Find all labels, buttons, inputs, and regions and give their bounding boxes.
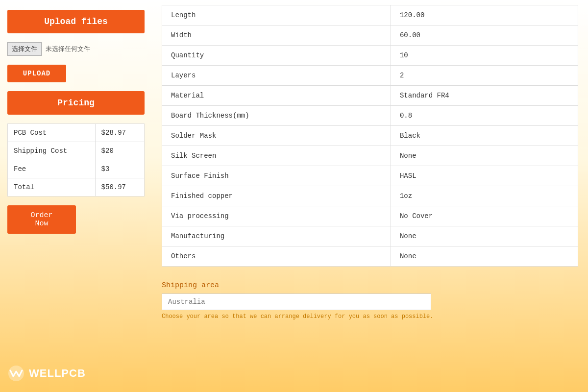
spec-row: Board Thickness(mm)0.8 (162, 106, 578, 126)
spec-row: ManufacturingNone (162, 226, 578, 246)
spec-row: Surface FinishHASL (162, 166, 578, 186)
spec-label: Layers (162, 66, 391, 86)
spec-row: Via processingNo Cover (162, 206, 578, 226)
spec-label: Solder Mask (162, 126, 391, 146)
wellpcb-logo-icon (7, 365, 25, 382)
logo-text: WELLPCB (29, 367, 86, 380)
pricing-label: PCB Cost (8, 124, 96, 142)
spec-value: None (391, 246, 578, 267)
pricing-label: Fee (8, 160, 96, 178)
spec-value: Standard FR4 (391, 86, 578, 106)
pricing-value: $50.97 (95, 178, 144, 196)
spec-value: None (391, 146, 578, 166)
spec-row: Quantity10 (162, 46, 578, 66)
svg-point-0 (8, 366, 24, 381)
spec-value: 1oz (391, 186, 578, 206)
left-panel: Upload files 选择文件 未选择任何文件 UPLOAD Pricing… (0, 0, 152, 392)
spec-label: Board Thickness(mm) (162, 106, 391, 126)
spec-label: Material (162, 86, 391, 106)
choose-file-button[interactable]: 选择文件 (7, 42, 42, 56)
pricing-row: Shipping Cost$20 (8, 142, 145, 160)
pricing-value: $20 (95, 142, 144, 160)
pricing-row: Total$50.97 (8, 178, 145, 196)
pricing-table: PCB Cost$28.97Shipping Cost$20Fee$3Total… (7, 123, 145, 196)
spec-label: Quantity (162, 46, 391, 66)
spec-value: 120.00 (391, 5, 578, 25)
spec-value: None (391, 226, 578, 246)
spec-label: Finished copper (162, 186, 391, 206)
shipping-hint: Choose your area so that we can arrange … (162, 313, 578, 320)
spec-label: Manufacturing (162, 226, 391, 246)
spec-value: 10 (391, 46, 578, 66)
spec-row: Length120.00 (162, 5, 578, 25)
shipping-area-input[interactable] (162, 294, 431, 310)
upload-button[interactable]: UPLOAD (7, 65, 66, 82)
spec-row: Layers2 (162, 66, 578, 86)
pricing-value: $28.97 (95, 124, 144, 142)
right-panel: Length120.00Width60.00Quantity10Layers2M… (152, 0, 588, 392)
spec-label: Via processing (162, 206, 391, 226)
spec-label: Silk Screen (162, 146, 391, 166)
no-file-label: 未选择任何文件 (46, 45, 90, 53)
upload-header: Upload files (7, 10, 145, 33)
spec-label: Length (162, 5, 391, 25)
spec-value: 60.00 (391, 25, 578, 46)
spec-row: OthersNone (162, 246, 578, 267)
order-now-button[interactable]: Order Now (7, 205, 76, 234)
spec-row: Finished copper1oz (162, 186, 578, 206)
spec-row: Silk ScreenNone (162, 146, 578, 166)
spec-value: Black (391, 126, 578, 146)
spec-row: MaterialStandard FR4 (162, 86, 578, 106)
pricing-label: Total (8, 178, 96, 196)
spec-label: Width (162, 25, 391, 46)
pricing-label: Shipping Cost (8, 142, 96, 160)
spec-row: Width60.00 (162, 25, 578, 46)
spec-label: Surface Finish (162, 166, 391, 186)
pricing-row: Fee$3 (8, 160, 145, 178)
shipping-area-label: Shipping area (162, 281, 578, 290)
shipping-section: Shipping area Choose your area so that w… (162, 276, 578, 325)
pricing-row: PCB Cost$28.97 (8, 124, 145, 142)
pricing-value: $3 (95, 160, 144, 178)
spec-label: Others (162, 246, 391, 267)
spec-value: HASL (391, 166, 578, 186)
spec-value: 0.8 (391, 106, 578, 126)
spec-value: 2 (391, 66, 578, 86)
logo-area: WELLPCB (7, 355, 145, 382)
spec-value: No Cover (391, 206, 578, 226)
spec-row: Solder MaskBlack (162, 126, 578, 146)
file-input-row: 选择文件 未选择任何文件 (7, 42, 145, 56)
specs-table: Length120.00Width60.00Quantity10Layers2M… (162, 5, 578, 267)
pricing-header: Pricing (7, 91, 145, 115)
